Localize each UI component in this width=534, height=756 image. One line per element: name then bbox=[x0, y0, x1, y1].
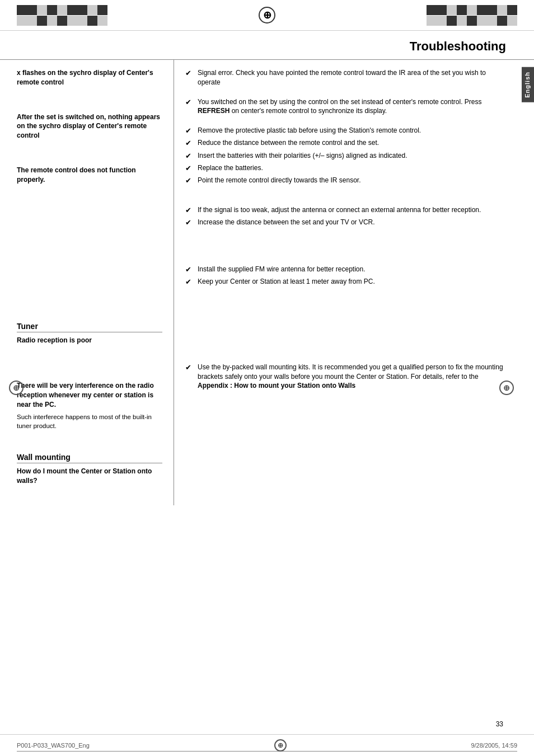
main-content: x flashes on the sychro display of Cente… bbox=[0, 60, 522, 505]
checkmark-icon: ✔ bbox=[185, 265, 195, 275]
problem-1-text: x flashes on the sychro display of Cente… bbox=[17, 68, 162, 87]
solution-4a-text: Install the supplied FM wire antenna for… bbox=[198, 265, 505, 274]
footer: P001-P033_WAS700_Eng ⊕ 9/28/2005, 14:59 bbox=[0, 751, 534, 756]
header-bar: ⊕ bbox=[0, 0, 534, 31]
checkmark-icon: ✔ bbox=[185, 218, 195, 228]
checkmark-icon: ✔ bbox=[185, 151, 195, 161]
header-circle-symbol: ⊕ bbox=[259, 7, 275, 24]
checkmark-icon: ✔ bbox=[185, 97, 195, 107]
problem-block-1: x flashes on the sychro display of Cente… bbox=[17, 68, 162, 96]
right-column: ✔ Signal error. Check you have pointed t… bbox=[174, 60, 505, 505]
problem-3-text: The remote control does not function pro… bbox=[17, 166, 162, 185]
wall-section-header: Wall mounting bbox=[17, 453, 162, 463]
solution-3a-text: Remove the protective plastic tab before… bbox=[198, 126, 505, 135]
checkmark-icon: ✔ bbox=[185, 205, 195, 215]
page-number: 33 bbox=[496, 720, 503, 728]
solution-item: ✔ Keep your Center or Station at least 1… bbox=[185, 277, 505, 287]
solution-item: ✔ Replace the batteries. bbox=[185, 163, 505, 173]
solution-item: ✔ You switched on the set by using the c… bbox=[185, 97, 505, 116]
solution-block-1: ✔ Signal error. Check you have pointed t… bbox=[185, 68, 505, 87]
solution-block-3b: ✔ If the signal is too weak, adjust the … bbox=[185, 205, 505, 228]
problem-block-3: The remote control does not function pro… bbox=[17, 166, 162, 193]
solution-6-text: Use the by-packed wall mounting kits. It… bbox=[198, 363, 505, 391]
checkmark-icon: ✔ bbox=[185, 363, 195, 373]
solution-3f-text: If the signal is too weak, adjust the an… bbox=[198, 205, 505, 215]
problem-5-text: There will be very interference on the r… bbox=[17, 381, 162, 409]
solution-3c-text: Insert the batteries with their polariti… bbox=[198, 151, 505, 161]
problem-2-text: After the set is switched on, nothing ap… bbox=[17, 112, 162, 140]
solution-item: ✔ Point the remote control directly towa… bbox=[185, 176, 505, 186]
problem-4-text: Radio reception is poor bbox=[17, 336, 162, 345]
solution-item: ✔ Signal error. Check you have pointed t… bbox=[185, 68, 505, 87]
solution-item: ✔ Reduce the distance between the remote… bbox=[185, 138, 505, 148]
solution-item: ✔ Remove the protective plastic tab befo… bbox=[185, 126, 505, 136]
checkmark-icon: ✔ bbox=[185, 176, 195, 186]
problem-block-5: There will be very interference on the r… bbox=[17, 381, 162, 436]
solution-item: ✔ Increase the distance between the set … bbox=[185, 218, 505, 228]
page-title: Troubleshooting bbox=[410, 39, 506, 53]
solution-item: ✔ Install the supplied FM wire antenna f… bbox=[185, 265, 505, 275]
solution-3e-text: Point the remote control directly toward… bbox=[198, 176, 505, 185]
tuner-section-header: Tuner bbox=[17, 322, 162, 332]
solution-item: ✔ Use the by-packed wall mounting kits. … bbox=[185, 363, 505, 391]
footer-right: 9/28/2005, 14:59 bbox=[471, 742, 517, 749]
problem-block-6: How do I mount the Center or Station ont… bbox=[17, 467, 162, 494]
right-margin-circle: ⊕ bbox=[499, 381, 514, 395]
solution-block-2: ✔ You switched on the set by using the c… bbox=[185, 97, 505, 116]
footer-circle: ⊕ bbox=[274, 739, 287, 752]
solution-3d-text: Replace the batteries. bbox=[198, 163, 505, 173]
solution-item: ✔ If the signal is too weak, adjust the … bbox=[185, 205, 505, 215]
checkmark-icon: ✔ bbox=[185, 126, 195, 136]
solution-block-6: ✔ Use the by-packed wall mounting kits. … bbox=[185, 363, 505, 391]
solution-3b-text: Reduce the distance between the remote c… bbox=[198, 138, 505, 148]
problem-5-subtext: Such interferece happens to most of the … bbox=[17, 412, 162, 430]
solution-2-text: You switched on the set by using the con… bbox=[198, 97, 505, 116]
solution-item: ✔ Insert the batteries with their polari… bbox=[185, 151, 505, 161]
footer-bar: P001-P033_WAS700_Eng ⊕ 9/28/2005, 14:59 bbox=[0, 734, 534, 756]
problem-block-4: Radio reception is poor bbox=[17, 336, 162, 354]
checkmark-icon: ✔ bbox=[185, 138, 195, 148]
solution-block-4: ✔ Install the supplied FM wire antenna f… bbox=[185, 265, 505, 287]
footer-left: P001-P033_WAS700_Eng bbox=[17, 742, 90, 749]
checker-left bbox=[17, 5, 107, 26]
page-title-area: Troubleshooting bbox=[0, 31, 534, 60]
solution-1-text: Signal error. Check you have pointed the… bbox=[198, 68, 505, 87]
checkmark-icon: ✔ bbox=[185, 163, 195, 173]
solution-3g-text: Increase the distance between the set an… bbox=[198, 218, 505, 227]
checkmark-icon: ✔ bbox=[185, 277, 195, 287]
english-tab: English bbox=[522, 67, 534, 102]
solution-4b-text: Keep your Center or Station at least 1 m… bbox=[198, 277, 505, 287]
checker-right bbox=[427, 5, 517, 26]
left-column: x flashes on the sychro display of Cente… bbox=[17, 60, 174, 505]
left-margin-circle: ⊕ bbox=[9, 381, 24, 395]
checkmark-icon: ✔ bbox=[185, 68, 195, 78]
problem-block-2: After the set is switched on, nothing ap… bbox=[17, 112, 162, 149]
problem-6-text: How do I mount the Center or Station ont… bbox=[17, 467, 162, 486]
solution-block-3: ✔ Remove the protective plastic tab befo… bbox=[185, 126, 505, 186]
